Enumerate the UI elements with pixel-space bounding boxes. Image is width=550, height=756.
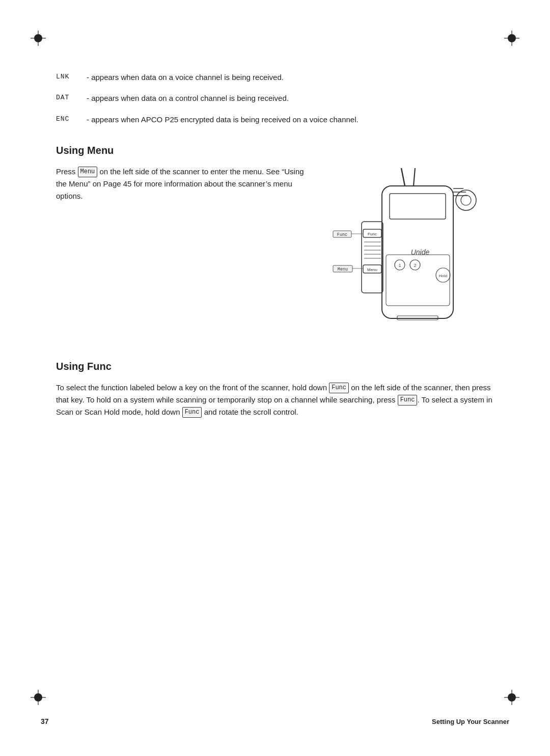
def-item-dat: DAT - appears when data on a control cha… [56, 92, 494, 104]
svg-point-19 [456, 190, 476, 210]
svg-line-13 [401, 168, 405, 186]
page-number: 37 [41, 717, 49, 725]
menu-key-inline: Menu [78, 167, 98, 177]
heading-using-menu: Using Menu [56, 145, 494, 156]
def-item-enc: ENC - appears when APCO P25 encrypted da… [56, 114, 494, 125]
page: LNK - appears when data on a voice chann… [0, 0, 550, 756]
func-key-inline-3: Func [182, 407, 202, 418]
def-desc-lnk: - appears when data on a voice channel i… [87, 71, 494, 83]
footer-title: Setting Up Your Scanner [432, 718, 509, 725]
svg-text:Func: Func [368, 232, 377, 236]
corner-mark-top-left [31, 31, 46, 46]
def-desc-enc: - appears when APCO P25 encrypted data i… [87, 114, 494, 125]
body-text-using-func: To select the function labeled below a k… [56, 382, 494, 418]
def-term-dat: DAT [56, 92, 87, 104]
page-footer: 37 Setting Up Your Scanner [41, 717, 509, 725]
svg-rect-15 [390, 194, 446, 219]
heading-using-func: Using Func [56, 361, 494, 372]
def-item-lnk: LNK - appears when data on a voice chann… [56, 71, 494, 83]
section-using-func: Using Func To select the function labele… [56, 361, 494, 418]
corner-mark-bottom-right [504, 690, 519, 705]
scanner-illustration: Func Menu Unide 1 [331, 166, 494, 340]
corner-mark-bottom-left [31, 690, 46, 705]
svg-text:Menu: Menu [338, 267, 348, 272]
def-term-lnk: LNK [56, 71, 87, 83]
svg-text:2: 2 [414, 263, 416, 268]
main-content: LNK - appears when data on a voice chann… [56, 31, 494, 418]
svg-text:Func: Func [337, 232, 347, 237]
definition-list: LNK - appears when data on a voice chann… [56, 71, 494, 125]
svg-text:Hold: Hold [439, 274, 447, 278]
def-term-enc: ENC [56, 114, 87, 125]
svg-text:Menu: Menu [367, 267, 377, 272]
section-using-menu: Using Menu [56, 141, 494, 345]
svg-text:Unide: Unide [411, 248, 430, 256]
svg-point-20 [461, 195, 471, 205]
svg-line-14 [414, 168, 415, 186]
corner-mark-top-right [504, 31, 519, 46]
def-desc-dat: - appears when data on a control channel… [87, 92, 494, 104]
func-key-inline-2: Func [398, 395, 418, 406]
svg-text:1: 1 [398, 263, 401, 268]
func-key-inline-1: Func [329, 383, 349, 393]
